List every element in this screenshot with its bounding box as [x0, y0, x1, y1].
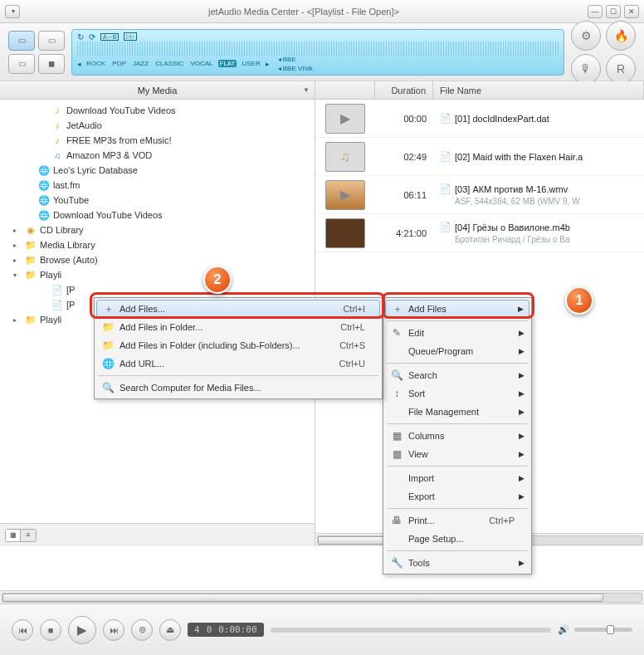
close-button[interactable]: ✕	[624, 5, 639, 18]
menu-item[interactable]: File Management▶	[385, 403, 529, 421]
settings-button[interactable]: ⚙	[571, 21, 601, 51]
bbe-label[interactable]: BBE	[283, 56, 296, 63]
bbeviva-label[interactable]: BBE VIVA	[283, 65, 313, 72]
eq-jazz[interactable]: JAZZ	[131, 60, 150, 67]
h-scrollbar-outer[interactable]	[0, 590, 644, 604]
tree-item[interactable]: ♪FREE MP3s from eMusic!	[0, 133, 315, 148]
maximize-button[interactable]: ☐	[606, 5, 621, 18]
context-menu[interactable]: ＋Add Files▶✎Edit▶Queue/Program▶🔍Search▶↕…	[383, 297, 532, 574]
menu-item[interactable]: 🖶Print...Ctrl+P	[385, 511, 529, 530]
titlebar: jetAudio Media Center - <[Playlist - Fil…	[0, 0, 644, 23]
eq-rock[interactable]: ROCK	[85, 60, 107, 67]
grid-toggle[interactable]: ▦≡	[5, 529, 37, 542]
track-time: 0:00:00	[218, 624, 256, 635]
menu-item[interactable]: ↕Sort▶	[385, 384, 529, 403]
menu-item[interactable]: ▦Columns▶	[385, 427, 529, 445]
menu-item[interactable]: Page Setup...	[385, 530, 529, 548]
col-thumb[interactable]	[315, 81, 375, 99]
menu-item[interactable]: 🔧Tools▶	[385, 554, 529, 572]
col-filename[interactable]: File Name	[433, 81, 644, 99]
eq-vocal[interactable]: VOCAL	[188, 60, 214, 67]
eject-button[interactable]: ⏏	[159, 619, 181, 641]
tree-item[interactable]: ▸◉CD Library	[0, 222, 315, 237]
app-menu-button[interactable]	[5, 5, 20, 18]
menu-item[interactable]: 🔍Search▶	[385, 366, 529, 384]
rec-button[interactable]: ⊚	[131, 619, 153, 641]
tree-item[interactable]: ▸📁Browse (Auto)	[0, 252, 315, 267]
mic-button[interactable]: 🎙	[571, 54, 601, 84]
shuffle-icon[interactable]: ↻	[77, 32, 84, 42]
track-idx: 0	[207, 624, 212, 635]
menu-item[interactable]: Queue/Program▶	[385, 342, 529, 360]
speed-icon[interactable]: ▷▷	[124, 32, 137, 41]
tree-item[interactable]: 🌐last.fm	[0, 178, 315, 193]
r-button[interactable]: R	[606, 54, 636, 84]
eq-flat[interactable]: FLAT	[218, 60, 237, 67]
volume: 🔊	[558, 624, 632, 635]
menu-item[interactable]: ＋Add Files▶	[385, 300, 529, 318]
column-headers: Duration File Name	[315, 81, 644, 100]
tree-item[interactable]: 🌐Leo's Lyric Database	[0, 163, 315, 178]
eq-classic[interactable]: CLASSIC	[154, 60, 185, 67]
eq-next[interactable]: ▸	[266, 60, 270, 68]
player-display: ↻ ⟳ A↔B ▷▷ ◂ ROCK POP JAZZ CLASSIC VOCAL…	[71, 29, 564, 76]
submenu-item[interactable]: 📁Add Files in Folder (including Sub-Fold…	[96, 336, 380, 354]
playback-bar: ⏮ ■ ▶ ⏭ ⊚ ⏏ 4 0 0:00:00 🔊	[0, 604, 644, 655]
submenu-item[interactable]: ＋Add Files...Ctrl+I	[96, 300, 380, 318]
minimize-button[interactable]: —	[588, 5, 603, 18]
tree-item[interactable]: ♫Amazon MP3 & VOD	[0, 148, 315, 163]
prev-button[interactable]: ⏮	[12, 619, 33, 641]
col-duration[interactable]: Duration	[375, 81, 433, 99]
play-button[interactable]: ▶	[68, 616, 96, 644]
tree-item[interactable]: 🌐YouTube	[0, 193, 315, 208]
view-mode-2[interactable]: ▭	[38, 31, 65, 51]
submenu-item[interactable]: 📁Add Files in Folder...Ctrl+L	[96, 318, 380, 336]
window-title: jetAudio Media Center - <[Playlist - Fil…	[25, 7, 583, 17]
callout-2: 2	[203, 266, 232, 294]
time-display: 4 0 0:00:00	[188, 623, 264, 637]
menu-item[interactable]: Export▶	[385, 487, 529, 506]
tree-item[interactable]: ▸📁Media Library	[0, 237, 315, 252]
table-row[interactable]: ♫ 02:49 📄[02] Maid with the Flaxen Hair.…	[315, 138, 644, 176]
track-num: 4	[194, 624, 200, 635]
spectrum	[77, 42, 559, 56]
table-row[interactable]: 4:21:00 📄[04] Грёзы о Вавилоне.m4bБротиг…	[315, 214, 644, 252]
menu-item[interactable]: ▦View▶	[385, 445, 529, 463]
callout-1: 1	[565, 286, 593, 315]
sidebar-header-label: My Media	[138, 86, 178, 95]
repeat-icon[interactable]: ⟳	[89, 32, 95, 42]
table-row[interactable]: ▶ 06:11 📄[03] АКМ против М-16.wmvASF, 54…	[315, 176, 644, 214]
ab-icon[interactable]: A↔B	[100, 33, 119, 41]
stop-button[interactable]: ■	[40, 619, 61, 641]
submenu-item[interactable]: 🔍Search Computer for Media Files...	[96, 379, 380, 397]
tree-item[interactable]: 📄[P	[0, 282, 315, 297]
submenu-item[interactable]: 🌐Add URL...Ctrl+U	[96, 354, 380, 373]
eq-presets: ◂ ROCK POP JAZZ CLASSIC VOCAL FLAT USER …	[77, 56, 559, 72]
burn-button[interactable]: 🔥	[606, 21, 636, 51]
seek-bar[interactable]	[271, 628, 551, 633]
eq-pop[interactable]: POP	[110, 60, 128, 67]
volume-icon[interactable]: 🔊	[558, 624, 569, 635]
eq-user[interactable]: USER	[240, 60, 261, 67]
tree-item[interactable]: ♪Download YouTube Videos	[0, 103, 315, 118]
sidebar-header[interactable]: My Media ▼	[0, 81, 315, 100]
menu-item[interactable]: ✎Edit▶	[385, 324, 529, 342]
volume-slider[interactable]	[574, 628, 632, 632]
view-mode-4[interactable]: ◼	[38, 54, 65, 74]
menu-item[interactable]: Import▶	[385, 469, 529, 487]
tree-item[interactable]: ▾📁Playli	[0, 267, 315, 282]
table-row[interactable]: ▶ 00:00 📄[01] docIdIndexPart.dat	[315, 100, 644, 138]
view-mode-1[interactable]: ▭	[8, 31, 35, 51]
eq-prev[interactable]: ◂	[77, 60, 81, 68]
view-mode-3[interactable]: ▭	[8, 54, 35, 74]
main-toolbar: ▭ ▭ ▭ ◼ ↻ ⟳ A↔B ▷▷ ◂ ROCK POP JAZZ CLASS…	[0, 23, 644, 81]
chevron-down-icon: ▼	[303, 86, 310, 94]
next-button[interactable]: ⏭	[103, 619, 124, 641]
tree-item[interactable]: 🌐Download YouTube Videos	[0, 208, 315, 222]
context-submenu[interactable]: ＋Add Files...Ctrl+I📁Add Files in Folder.…	[94, 297, 383, 399]
tree-item[interactable]: ♪JetAudio	[0, 118, 315, 133]
sidebar-footer: ▦≡	[0, 523, 315, 546]
